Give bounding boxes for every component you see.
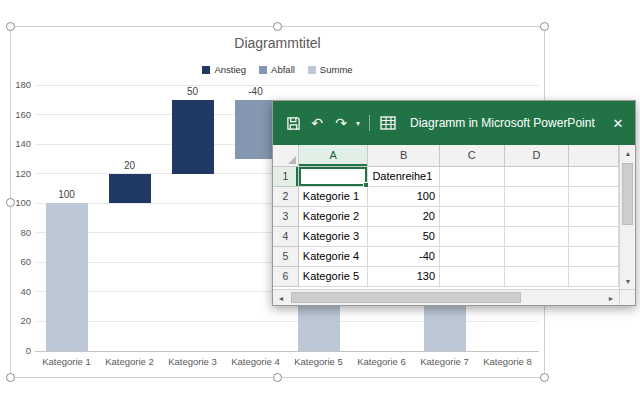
row-header[interactable]: 2	[273, 187, 299, 207]
x-axis-category-label: Kategorie 5	[287, 356, 350, 367]
bar-data-label: 20	[98, 160, 161, 171]
sheet-cell[interactable]	[569, 187, 619, 207]
bar-data-label: 100	[35, 189, 98, 200]
redo-button[interactable]: ↷	[329, 111, 353, 135]
legend-label: Abfall	[271, 64, 295, 75]
sheet-cell[interactable]	[440, 187, 505, 207]
x-axis-category-label: Kategorie 7	[413, 356, 476, 367]
sheet-cell[interactable]	[505, 187, 570, 207]
x-axis-category-label: Kategorie 1	[35, 356, 98, 367]
sheet-cell[interactable]	[299, 167, 369, 187]
row-header[interactable]: 1	[273, 167, 299, 187]
scroll-right-icon[interactable]: ►	[603, 290, 619, 306]
chart-bar[interactable]	[172, 100, 214, 174]
legend-item[interactable]: Anstieg	[202, 64, 246, 75]
chart-bar[interactable]	[46, 203, 88, 351]
sheet-cell[interactable]	[505, 207, 570, 227]
sheet-cell[interactable]: Kategorie 4	[299, 247, 369, 267]
undo-button[interactable]: ↶	[305, 111, 329, 135]
chart-bar[interactable]	[235, 100, 277, 159]
chart-data-window: ↶ ↷ ▾ Diagramm in Microsoft PowerPoint ✕…	[272, 100, 636, 306]
sheet-cell[interactable]	[440, 207, 505, 227]
column-header-A[interactable]: A	[299, 145, 369, 167]
sheet-cell[interactable]: Kategorie 5	[299, 267, 369, 287]
sheet-row: 2Kategorie 1100	[273, 187, 619, 207]
save-button[interactable]	[281, 111, 305, 135]
sheet-cell[interactable]: 130	[368, 267, 440, 287]
selection-handle-bottom-right[interactable]	[540, 373, 549, 382]
sheet-cell[interactable]: Kategorie 3	[299, 227, 369, 247]
vertical-scrollbar[interactable]: ▲ ▼	[619, 145, 635, 289]
selection-handle-top-left[interactable]	[6, 22, 15, 31]
sheet-row: 6Kategorie 5130	[273, 267, 619, 287]
view-data-button[interactable]	[376, 111, 400, 135]
sheet-cell[interactable]	[569, 207, 619, 227]
horizontal-scrollbar[interactable]: ◄ ►	[273, 289, 619, 305]
sheet-cell[interactable]: Kategorie 1	[299, 187, 369, 207]
legend-item[interactable]: Summe	[308, 64, 353, 75]
sheet-cell[interactable]: 100	[368, 187, 440, 207]
data-window-titlebar[interactable]: ↶ ↷ ▾ Diagramm in Microsoft PowerPoint ✕	[273, 101, 635, 145]
legend-item[interactable]: Abfall	[259, 64, 295, 75]
chart-title[interactable]: Diagrammtitel	[11, 35, 544, 51]
vertical-scroll-thumb[interactable]	[622, 163, 633, 225]
sheet-cell[interactable]: -40	[368, 247, 440, 267]
legend-swatch	[308, 66, 316, 74]
row-header[interactable]: 5	[273, 247, 299, 267]
horizontal-scroll-thumb[interactable]	[291, 292, 521, 303]
selection-handle-top-right[interactable]	[540, 22, 549, 31]
column-header-B[interactable]: B	[368, 145, 440, 167]
row-header[interactable]: 6	[273, 267, 299, 287]
sheet-cell[interactable]	[569, 167, 619, 187]
y-axis-tick-label: 20	[11, 315, 31, 326]
chart-bar[interactable]	[109, 174, 151, 204]
column-header-C[interactable]: C	[440, 145, 505, 167]
selection-handle-middle-left[interactable]	[6, 198, 15, 207]
quick-access-dropdown[interactable]: ▾	[353, 119, 363, 128]
sheet-cell[interactable]	[505, 227, 570, 247]
selection-handle-bottom-left[interactable]	[6, 373, 15, 382]
data-window-title: Diagramm in Microsoft PowerPoint	[410, 116, 595, 130]
y-axis-tick-label: 160	[11, 109, 31, 120]
sheet-cell[interactable]	[505, 267, 570, 287]
close-button[interactable]: ✕	[601, 101, 635, 145]
sheet-cell[interactable]	[505, 167, 570, 187]
scroll-down-icon[interactable]: ▼	[620, 273, 636, 289]
sheet-cell[interactable]	[569, 227, 619, 247]
sheet-cell[interactable]	[440, 167, 505, 187]
sheet-cell[interactable]	[440, 267, 505, 287]
sheet-cell[interactable]	[505, 247, 570, 267]
column-header-D[interactable]: D	[505, 145, 570, 167]
undo-icon: ↶	[311, 115, 323, 131]
sheet-cell[interactable]: Datenreihe1	[368, 167, 440, 187]
scroll-up-icon[interactable]: ▲	[620, 145, 636, 161]
sheet-cell[interactable]: Kategorie 2	[299, 207, 369, 227]
y-axis-tick-label: 80	[11, 227, 31, 238]
select-all-corner[interactable]	[273, 145, 299, 167]
selection-handle-bottom-middle[interactable]	[273, 373, 282, 382]
y-axis-tick-label: 40	[11, 286, 31, 297]
row-header[interactable]: 4	[273, 227, 299, 247]
sheet-cell[interactable]	[569, 267, 619, 287]
sheet-cell[interactable]	[569, 247, 619, 267]
sheet-cell[interactable]: 50	[368, 227, 440, 247]
x-axis-category-label: Kategorie 2	[98, 356, 161, 367]
sheet-cell[interactable]	[440, 227, 505, 247]
selection-handle-top-middle[interactable]	[273, 22, 282, 31]
scroll-left-icon[interactable]: ◄	[273, 290, 289, 306]
column-header-partial[interactable]	[569, 145, 619, 167]
sheet-cell[interactable]: 20	[368, 207, 440, 227]
sheet-rows: 1Datenreihe12Kategorie 11003Kategorie 22…	[273, 167, 619, 287]
x-axis-category-label: Kategorie 4	[224, 356, 287, 367]
gridline	[35, 85, 539, 86]
sheet-row: 3Kategorie 220	[273, 207, 619, 227]
sheet-row: 5Kategorie 4-40	[273, 247, 619, 267]
legend-label: Anstieg	[214, 64, 246, 75]
bar-data-label: -40	[224, 86, 287, 97]
row-header[interactable]: 3	[273, 207, 299, 227]
sheet-cell[interactable]	[440, 247, 505, 267]
sheet-row: 4Kategorie 350	[273, 227, 619, 247]
column-header-row: ABCD	[273, 145, 619, 167]
x-axis-category-label: Kategorie 6	[350, 356, 413, 367]
y-axis-tick-label: 0	[11, 345, 31, 356]
